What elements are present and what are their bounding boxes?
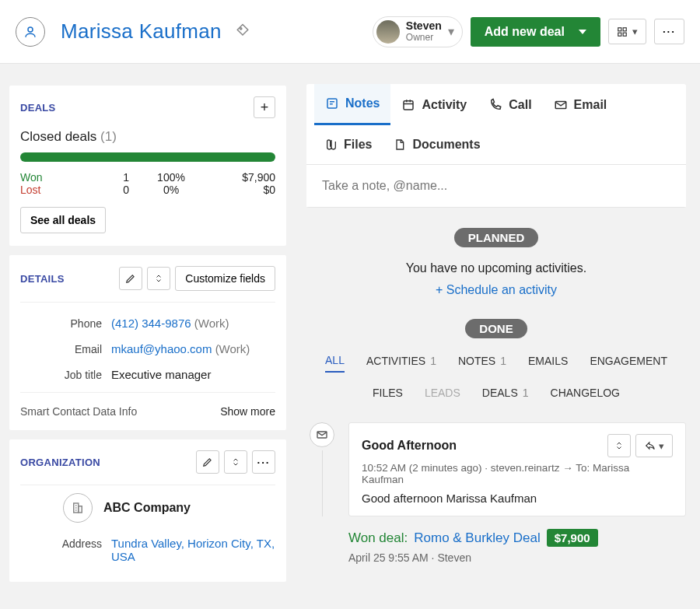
details-title: DETAILS bbox=[20, 273, 65, 285]
tab-email[interactable]: Email bbox=[543, 84, 618, 125]
job-title-label: Job title bbox=[20, 368, 102, 381]
sort-icon bbox=[231, 457, 240, 467]
building-icon bbox=[63, 493, 93, 523]
svg-rect-9 bbox=[404, 100, 413, 109]
organization-card: ORGANIZATION ··· ABC Company Address Tun… bbox=[9, 439, 286, 582]
edit-details-button[interactable] bbox=[119, 267, 142, 290]
more-actions-button[interactable]: ··· bbox=[654, 19, 684, 44]
see-all-deals-button[interactable]: See all deals bbox=[20, 207, 106, 233]
event-body: Good afternoon Marissa Kaufman bbox=[362, 492, 673, 505]
view-switcher-button[interactable]: ▾ bbox=[608, 19, 646, 44]
deal-name-link[interactable]: Romo & Burkley Deal bbox=[414, 530, 541, 546]
tab-documents[interactable]: Documents bbox=[383, 125, 491, 164]
filter-engagement[interactable]: ENGAGEMENT bbox=[590, 354, 667, 373]
filter-emails[interactable]: EMAILS bbox=[528, 354, 568, 373]
filter-activities[interactable]: ACTIVITIES1 bbox=[366, 354, 436, 373]
organization-title: ORGANIZATION bbox=[20, 457, 100, 468]
address-label: Address bbox=[20, 537, 102, 563]
filter-deals[interactable]: DEALS1 bbox=[482, 387, 529, 404]
activity-tabs-card: Notes Activity Call Email Files bbox=[306, 84, 686, 208]
svg-rect-2 bbox=[618, 27, 621, 30]
user-name: Steven bbox=[406, 20, 442, 32]
person-icon bbox=[23, 25, 37, 39]
event-reply-button[interactable]: ▾ bbox=[635, 434, 673, 457]
org-more-button[interactable]: ··· bbox=[252, 450, 275, 474]
event-expand-button[interactable] bbox=[607, 434, 631, 457]
svg-rect-5 bbox=[623, 33, 626, 36]
calendar-icon bbox=[401, 98, 415, 112]
contact-name: Marissa Kaufman bbox=[61, 19, 222, 44]
empty-activities-message: You have no upcoming activities. bbox=[406, 261, 586, 275]
event-meta: 10:52 AM (2 minutes ago) · steven.reinar… bbox=[362, 462, 673, 485]
tab-activity[interactable]: Activity bbox=[390, 84, 478, 125]
filter-files[interactable]: FILES bbox=[373, 387, 403, 404]
filter-all[interactable]: ALL bbox=[325, 354, 345, 373]
timeline-email-icon bbox=[310, 422, 334, 447]
pencil-icon bbox=[202, 457, 213, 467]
edit-org-button[interactable] bbox=[196, 450, 219, 474]
reorder-details-button[interactable] bbox=[147, 267, 170, 290]
event-title: Good Afternoon bbox=[362, 439, 457, 453]
filter-leads[interactable]: LEADS bbox=[425, 387, 460, 404]
show-more-button[interactable]: Show more bbox=[220, 405, 275, 418]
user-avatar bbox=[376, 20, 400, 44]
reorder-org-button[interactable] bbox=[224, 450, 247, 474]
dots-icon: ··· bbox=[257, 457, 270, 468]
deals-progress-bar bbox=[20, 152, 275, 162]
filter-changelog[interactable]: CHANGELOG bbox=[551, 387, 620, 404]
chevron-down-icon: ▾ bbox=[659, 440, 664, 452]
user-selector[interactable]: Steven Owner ▾ bbox=[373, 16, 463, 47]
timeline-won-deal: Won deal: Romo & Burkley Deal $7,900 bbox=[348, 529, 686, 547]
phone-type: (Work) bbox=[194, 317, 229, 330]
tag-icon[interactable] bbox=[236, 23, 250, 40]
dots-icon: ··· bbox=[663, 26, 676, 37]
email-type: (Work) bbox=[215, 342, 250, 355]
company-name[interactable]: ABC Company bbox=[103, 501, 191, 515]
svg-rect-3 bbox=[623, 27, 626, 30]
email-value[interactable]: mkauf@yhaoo.com bbox=[111, 342, 212, 355]
timeline-event-card[interactable]: Good Afternoon ▾ 10:52 AM (2 minutes ago… bbox=[348, 422, 686, 516]
sort-icon bbox=[154, 273, 163, 284]
pencil-icon bbox=[125, 273, 136, 284]
customize-fields-button[interactable]: Customize fields bbox=[175, 266, 275, 291]
tab-notes[interactable]: Notes bbox=[314, 84, 390, 125]
chevron-down-icon: ▾ bbox=[632, 26, 638, 37]
deals-won-row: Won 1 100% $7,900 bbox=[20, 171, 275, 184]
chevron-down-icon: ▾ bbox=[448, 24, 454, 39]
attachment-icon bbox=[325, 138, 338, 152]
done-badge: DONE bbox=[465, 319, 527, 338]
sort-icon bbox=[614, 440, 624, 451]
add-deal-button[interactable]: + bbox=[254, 96, 275, 118]
address-value[interactable]: Tundra Valley, Horizon City, TX, USA bbox=[111, 537, 275, 563]
filter-notes[interactable]: NOTES1 bbox=[458, 354, 506, 373]
filter-tabs: ALL ACTIVITIES1 NOTES1 EMAILS ENGAGEMENT… bbox=[322, 354, 670, 404]
phone-icon bbox=[488, 98, 502, 112]
svg-rect-4 bbox=[618, 33, 621, 36]
add-new-deal-button[interactable]: Add new deal bbox=[471, 17, 600, 47]
chevron-down-icon bbox=[579, 30, 586, 34]
won-deal-label: Won deal: bbox=[348, 530, 408, 546]
svg-rect-7 bbox=[79, 506, 82, 513]
page-header: Marissa Kaufman Steven Owner ▾ Add new d… bbox=[0, 0, 700, 64]
svg-point-0 bbox=[28, 27, 33, 32]
phone-label: Phone bbox=[20, 317, 102, 330]
smart-contact-label: Smart Contact Data Info bbox=[20, 405, 137, 418]
document-icon bbox=[394, 138, 406, 152]
tab-call[interactable]: Call bbox=[478, 84, 542, 125]
note-input[interactable] bbox=[306, 164, 686, 207]
closed-deals-label: Closed deals (1) bbox=[20, 129, 275, 145]
planned-badge: PLANNED bbox=[454, 228, 539, 247]
deals-lost-row: Lost 0 0% $0 bbox=[20, 184, 275, 196]
grid-icon bbox=[617, 26, 628, 37]
details-card: DETAILS Customize fields Phone (412) 344… bbox=[9, 255, 286, 430]
schedule-activity-link[interactable]: + Schedule an activity bbox=[436, 283, 557, 297]
deals-title: DEALS bbox=[20, 102, 56, 114]
email-icon bbox=[554, 98, 568, 112]
deal-meta: April 25 9:55 AM · Steven bbox=[348, 551, 686, 564]
note-icon bbox=[325, 96, 339, 110]
user-role: Owner bbox=[406, 33, 442, 43]
tab-files[interactable]: Files bbox=[314, 125, 383, 164]
deal-amount-badge: $7,900 bbox=[547, 529, 598, 547]
email-label: Email bbox=[20, 342, 102, 355]
phone-value[interactable]: (412) 344-9876 bbox=[111, 317, 191, 330]
